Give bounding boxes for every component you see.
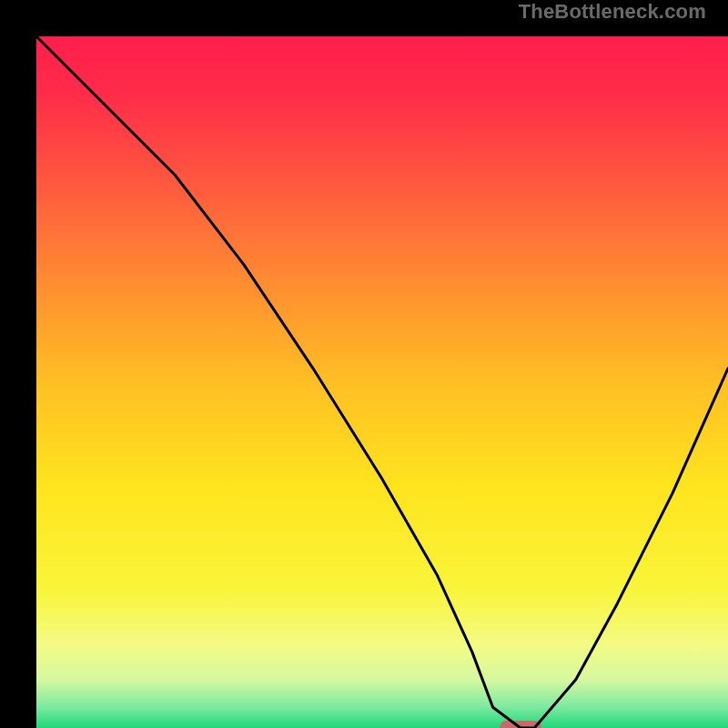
- chart-svg: [36, 36, 728, 728]
- chart-frame: [0, 0, 728, 728]
- watermark-text: TheBottleneck.com: [519, 0, 706, 24]
- plot-area: [36, 36, 728, 728]
